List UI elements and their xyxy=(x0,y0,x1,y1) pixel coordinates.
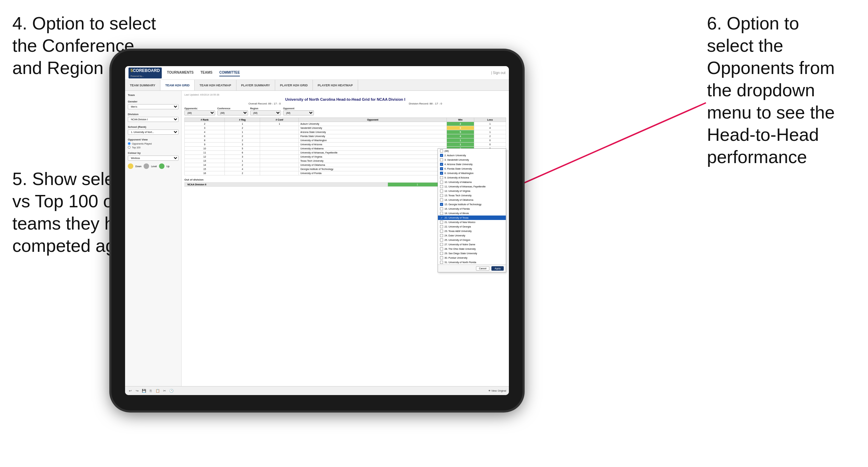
cell-conf: 1 xyxy=(260,122,299,126)
undo-icon[interactable]: ↩ xyxy=(128,389,133,393)
cell-opponent: University of Oklahoma xyxy=(299,163,447,167)
col-win: Win xyxy=(447,118,474,122)
filter-region: Region (All) xyxy=(250,107,281,115)
subnav-player-h2h-grid[interactable]: PLAYER H2H GRID xyxy=(275,80,313,90)
opponents-select[interactable]: (All) xyxy=(184,110,215,115)
table-row: 2 1 1 Auburn University 2 1 xyxy=(185,122,506,126)
cell-win: 1 xyxy=(447,143,474,147)
division-label: Division xyxy=(128,113,179,116)
cell-opponent: University of Arkansas, Fayetteville xyxy=(299,151,447,155)
opponent-dropdown-item[interactable]: 30. Purdue University xyxy=(438,256,506,260)
radio-top100[interactable]: Top 100 xyxy=(128,146,179,149)
nav-item-tournaments[interactable]: TOURNAMENTS xyxy=(167,69,194,76)
cell-rank: 12 xyxy=(185,155,225,159)
clock-icon[interactable]: 🕐 xyxy=(169,389,174,393)
conference-select[interactable]: (All) xyxy=(217,110,248,115)
opponent-dropdown-item[interactable]: (All) xyxy=(438,149,506,153)
opponent-dropdown-item[interactable]: ✓6. Florida State University xyxy=(438,167,506,171)
opponent-dropdown-item[interactable]: ✓8. University of Washington xyxy=(438,171,506,175)
table-row: 3 2 Vanderbilt University 0 4 xyxy=(185,126,506,130)
colour-by-label: Colour by xyxy=(128,151,179,155)
opponent-dropdown-item[interactable]: ✓2. Auburn University xyxy=(438,153,506,158)
nav-item-teams[interactable]: TEAMS xyxy=(200,69,212,76)
opponent-dropdown-item[interactable]: 9. University of Arizona xyxy=(438,175,506,180)
toolbar: ↩ ↪ 💾 ⎘ 📋 ✂ 🕐 👁 View: Original xyxy=(125,386,509,395)
col-rag: # Rag xyxy=(225,118,260,122)
opponent-select[interactable]: (All) xyxy=(283,110,314,115)
cell-opponent: Arizona State University xyxy=(299,130,447,134)
redo-icon[interactable]: ↪ xyxy=(135,389,139,393)
school-select[interactable]: 1. University of Nort... xyxy=(128,130,179,135)
cell-rank: 8 xyxy=(185,138,225,143)
grid-record: Overall Record: 89 - 17 - 0 Division Rec… xyxy=(184,102,506,105)
cut-icon[interactable]: ✂ xyxy=(162,389,167,393)
cell-conf xyxy=(260,143,299,147)
legend: Down Level Up xyxy=(128,163,179,169)
opponent-dropdown-item[interactable]: 28. The Ohio State University xyxy=(438,247,506,251)
opponent-dropdown-item[interactable]: 27. University of Notre Dame xyxy=(438,242,506,247)
opponent-dropdown-item[interactable]: 23. Texas A&M University xyxy=(438,229,506,233)
division-select[interactable]: NCAA Division I xyxy=(128,117,179,122)
opponent-dropdown-item[interactable]: ✓15. Georgia Institute of Technology xyxy=(438,202,506,207)
cell-opponent: Florida State University xyxy=(299,134,447,138)
opponent-dropdown-item[interactable]: 3. Vanderbilt University xyxy=(438,158,506,162)
radio-opponents-played[interactable]: Opponents Played xyxy=(128,142,179,145)
cell-conf xyxy=(260,130,299,134)
paste-icon[interactable]: 📋 xyxy=(155,389,160,393)
opponent-dropdown-item[interactable]: 29. San Diego State University xyxy=(438,251,506,256)
legend-down-dot xyxy=(128,163,133,169)
opponent-dropdown-item[interactable]: 16. University of Florida xyxy=(438,207,506,211)
sidebar: Team Gender Men's Division NCAA Division… xyxy=(125,91,182,386)
opponent-dropdown-item[interactable]: 24. Duke University xyxy=(438,233,506,238)
opponent-dropdown-item[interactable]: 13. Texas Tech University xyxy=(438,193,506,198)
opponent-dropdown-item[interactable]: 31. University of North Florida xyxy=(438,260,506,265)
apply-button[interactable]: Apply xyxy=(491,266,504,271)
opponent-dropdown-item[interactable]: 25. University of Oregon xyxy=(438,238,506,242)
opponent-dropdown-item[interactable]: 14. University of Oklahoma xyxy=(438,198,506,202)
gender-label: Gender xyxy=(128,100,179,103)
cell-rag: 2 xyxy=(225,171,260,175)
opponent-dropdown-item[interactable]: 21. University of New Mexico xyxy=(438,220,506,224)
nav-signout[interactable]: | Sign out xyxy=(491,71,505,75)
colour-by-select[interactable]: Win/loss xyxy=(128,156,179,161)
opponent-dropdown-item[interactable]: 12. University of Virginia xyxy=(438,189,506,193)
opponent-dropdown-item[interactable]: 11. University of Arkansas, Fayetteville xyxy=(438,184,506,189)
subnav-player-h2h-heatmap[interactable]: PLAYER H2H HEATMAP xyxy=(313,80,358,90)
legend-up-dot xyxy=(159,163,164,169)
opponent-dropdown-item[interactable]: 10. University of Alabama xyxy=(438,180,506,184)
legend-level-dot xyxy=(144,163,149,169)
cell-rank: 10 xyxy=(185,147,225,151)
subnav-team-h2h-grid[interactable]: TEAM H2H GRID xyxy=(160,80,195,90)
out-label: NCAA Division II xyxy=(185,183,388,187)
col-conf: # Conf xyxy=(260,118,299,122)
subnav-team-h2h-heatmap[interactable]: TEAM H2H HEATMAP xyxy=(195,80,236,90)
cell-opponent: Vanderbilt University xyxy=(299,126,447,130)
cancel-button[interactable]: Cancel xyxy=(476,266,490,271)
cell-loss: 2 xyxy=(474,134,506,138)
cell-conf xyxy=(260,167,299,171)
sidebar-gender-section: Gender Men's xyxy=(128,100,179,109)
opponent-dropdown-item[interactable]: ✓20. University of Texas xyxy=(438,216,506,220)
conference-label: Conference xyxy=(217,107,248,110)
opponent-dropdown-item[interactable]: 18. University of Illinois xyxy=(438,211,506,216)
cell-opponent: Auburn University xyxy=(299,122,447,126)
subnav-player-summary[interactable]: PLAYER SUMMARY xyxy=(236,80,275,90)
cell-rank: 4 xyxy=(185,130,225,134)
cell-rank: 15 xyxy=(185,167,225,171)
tablet-screen: 5COREBOARDPowered by... TOURNAMENTS TEAM… xyxy=(125,66,509,395)
cell-rag: 6 xyxy=(225,151,260,155)
cell-loss: 1 xyxy=(474,122,506,126)
copy-icon[interactable]: ⎘ xyxy=(148,389,153,393)
colour-by-section: Colour by Win/loss xyxy=(128,151,179,161)
tablet-frame: 5COREBOARDPowered by... TOURNAMENTS TEAM… xyxy=(111,51,523,410)
save-icon[interactable]: 💾 xyxy=(142,389,146,393)
region-select[interactable]: (All) xyxy=(250,110,281,115)
opponent-dropdown-item[interactable]: ✓4. Arizona State University xyxy=(438,162,506,167)
cell-loss: 0 xyxy=(474,143,506,147)
annotation-top-right: 6. Option toselect theOpponents fromthe … xyxy=(707,12,858,168)
cell-rag: 2 xyxy=(225,134,260,138)
nav-item-committee[interactable]: COMMITTEE xyxy=(219,69,240,76)
opponent-dropdown-item[interactable]: 22. University of Georgia xyxy=(438,224,506,229)
subnav-team-summary[interactable]: TEAM SUMMARY xyxy=(125,80,160,90)
gender-select[interactable]: Men's xyxy=(128,104,179,109)
